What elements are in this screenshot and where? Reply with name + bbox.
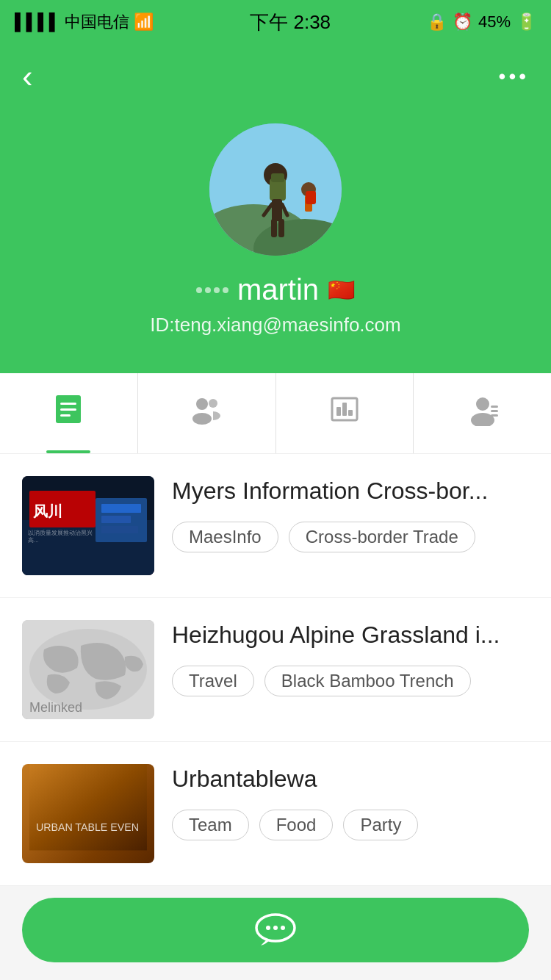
- tab-bar: [0, 373, 551, 454]
- svg-point-18: [196, 398, 208, 410]
- svg-point-53: [273, 926, 278, 930]
- friends-icon: [190, 392, 223, 434]
- svg-rect-39: [101, 516, 131, 523]
- item-tags-1: MaesInfo Cross-border Trade: [172, 522, 529, 552]
- stats-icon: [328, 392, 361, 434]
- svg-text:URBAN TABLE EVEN: URBAN TABLE EVEN: [36, 821, 139, 833]
- item-title-3: Urbantablewa: [172, 764, 529, 795]
- svg-rect-44: [29, 764, 147, 851]
- svg-rect-30: [491, 414, 498, 417]
- tab-friends[interactable]: [138, 373, 276, 453]
- list-item[interactable]: URBAN TABLE EVEN Urbantablewa Team Food …: [0, 742, 551, 886]
- item-content-2: Heizhugou Alpine Grassland i... Travel B…: [172, 620, 529, 696]
- profile-name: martin: [237, 273, 319, 306]
- tag-maesinfo: MaesInfo: [172, 522, 278, 552]
- svg-rect-38: [101, 504, 141, 513]
- chat-button[interactable]: [22, 898, 529, 962]
- profile-id: ID:teng.xiang@maesinfo.com: [150, 314, 400, 336]
- item-thumbnail-3: URBAN TABLE EVEN: [22, 764, 154, 863]
- svg-rect-24: [342, 403, 347, 416]
- svg-point-26: [476, 397, 489, 411]
- wifi-icon: 📶: [134, 12, 154, 32]
- tag-food: Food: [259, 810, 334, 840]
- posts-icon: [51, 392, 85, 434]
- svg-rect-8: [278, 219, 284, 237]
- tab-stats[interactable]: [276, 373, 414, 453]
- status-time: 下午 2:38: [250, 10, 331, 35]
- svg-rect-17: [60, 414, 71, 417]
- tag-black-bamboo: Black Bamboo Trench: [264, 666, 471, 696]
- svg-text:高...: 高...: [28, 537, 39, 544]
- avatar: [209, 123, 342, 256]
- item-thumbnail-1: 风川 以消质量发展推动治黑兴 高...: [22, 476, 154, 575]
- status-right: 🔒 ⏰ 45% 🔋: [427, 12, 536, 32]
- svg-rect-13: [306, 191, 316, 204]
- list-item[interactable]: Melinked Heizhugou Alpine Grassland i...…: [0, 598, 551, 742]
- tag-cross-border: Cross-border Trade: [289, 522, 475, 552]
- list-item[interactable]: 风川 以消质量发展推动治黑兴 高... Myers Information Cr…: [0, 454, 551, 598]
- bottom-bar: [0, 886, 551, 980]
- item-tags-2: Travel Black Bamboo Trench: [172, 666, 529, 696]
- battery-label: 45%: [478, 12, 511, 32]
- svg-text:风川: 风川: [32, 503, 62, 519]
- svg-rect-7: [271, 219, 277, 237]
- back-button[interactable]: ‹: [22, 60, 33, 93]
- tag-travel: Travel: [172, 666, 254, 696]
- svg-rect-23: [336, 407, 341, 416]
- profile-icon: [466, 392, 500, 434]
- svg-point-27: [471, 413, 494, 426]
- more-button[interactable]: •••: [499, 65, 529, 88]
- svg-rect-16: [60, 408, 76, 411]
- svg-rect-15: [60, 403, 76, 405]
- item-thumbnail-2: Melinked: [22, 620, 154, 719]
- item-tags-3: Team Food Party: [172, 810, 529, 840]
- item-content-3: Urbantablewa Team Food Party: [172, 764, 529, 840]
- svg-text:Melinked: Melinked: [29, 700, 82, 715]
- tag-party: Party: [343, 810, 418, 840]
- top-nav: ‹ •••: [0, 44, 551, 109]
- wechat-dots: [196, 287, 228, 293]
- tag-team: Team: [172, 810, 249, 840]
- svg-rect-40: [101, 526, 138, 533]
- lock-icon: 🔒: [427, 12, 447, 32]
- tab-posts[interactable]: [0, 373, 138, 453]
- signal-icon: ▌▌▌▌: [15, 12, 60, 32]
- item-title-1: Myers Information Cross-bor...: [172, 476, 529, 507]
- svg-rect-28: [491, 406, 498, 408]
- battery-icon: 🔋: [516, 12, 536, 32]
- tab-profile[interactable]: [414, 373, 551, 453]
- alarm-icon: ⏰: [453, 12, 472, 32]
- svg-rect-5: [271, 173, 284, 182]
- svg-text:以消质量发展推动治黑兴: 以消质量发展推动治黑兴: [28, 530, 93, 536]
- status-bar: ▌▌▌▌ 中国电信 📶 下午 2:38 🔒 ⏰ 45% 🔋: [0, 0, 551, 44]
- svg-point-54: [281, 926, 285, 930]
- profile-header: martin 🇨🇳 ID:teng.xiang@maesinfo.com: [0, 109, 551, 373]
- svg-point-19: [192, 413, 212, 425]
- profile-name-row: martin 🇨🇳: [196, 273, 355, 306]
- item-title-2: Heizhugou Alpine Grassland i...: [172, 620, 529, 651]
- svg-rect-6: [272, 199, 282, 221]
- svg-rect-25: [348, 410, 353, 416]
- profile-flag: 🇨🇳: [328, 277, 355, 303]
- svg-rect-29: [491, 410, 498, 412]
- status-left: ▌▌▌▌ 中国电信 📶: [15, 11, 154, 33]
- svg-point-52: [266, 926, 270, 930]
- svg-point-20: [209, 399, 217, 408]
- carrier-label: 中国电信: [65, 11, 129, 33]
- item-content-1: Myers Information Cross-bor... MaesInfo …: [172, 476, 529, 552]
